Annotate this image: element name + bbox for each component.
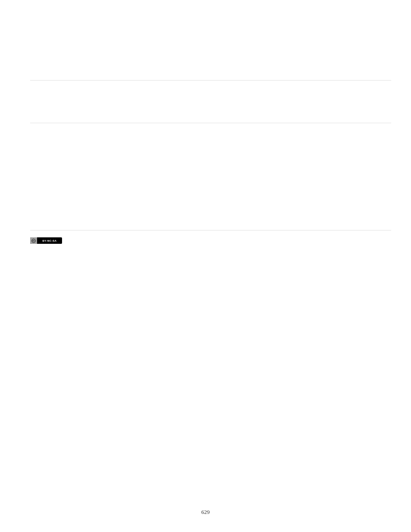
cc-license-label: BY-NC-SA xyxy=(37,240,62,242)
horizontal-rule xyxy=(30,80,391,81)
page-number: 629 xyxy=(0,509,411,516)
horizontal-rule xyxy=(30,123,391,123)
cc-license-badge: BY-NC-SA xyxy=(30,237,62,244)
horizontal-rule xyxy=(30,230,391,230)
document-page: BY-NC-SA 629 xyxy=(0,0,411,532)
cc-icon xyxy=(30,237,37,244)
